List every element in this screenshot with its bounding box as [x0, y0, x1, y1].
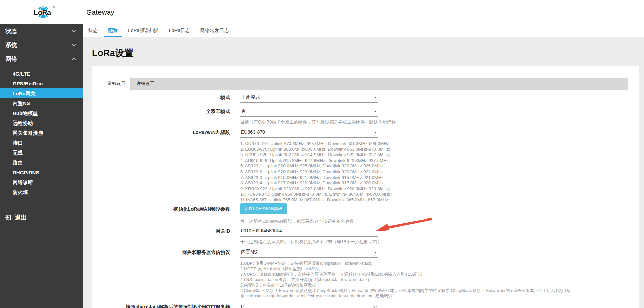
sidebar-item-firewall[interactable]: 防火墙: [0, 187, 83, 197]
logout-icon: [5, 214, 12, 221]
tab-config[interactable]: 配置: [104, 24, 122, 37]
form-row-gateway-id: 网关ID 0010502df45806b4 十六进制格式的网关ID。 标识符长度…: [103, 227, 382, 245]
form-row-init-band: 初始化LoRaWAN频段参数 切换LORAWAN频段 每一次切换LoRaWAN频…: [103, 203, 354, 224]
full-duplex-select[interactable]: 否: [240, 107, 378, 117]
chevron-up-icon: [72, 58, 76, 62]
sidebar-item-dhcp-dns[interactable]: DHCP/DNS: [0, 167, 83, 177]
settings-card: 常规设置 详细设置 模式 正常模式 全双工模式 否 目前只有CN470做了全双工…: [92, 66, 639, 308]
card-tab-strip: 常规设置 详细设置: [103, 78, 628, 90]
sidebar-group-status[interactable]: 状态: [0, 24, 83, 38]
page-title: LoRa设置: [92, 47, 134, 59]
app-title: Gateway: [86, 0, 114, 24]
sidebar-item-routing[interactable]: 路由: [0, 158, 83, 167]
sidebar-network-submenu: 4G/LTE GPS/BeiDou LoRa网关 内置NS Hub物模型 远程协…: [0, 66, 83, 197]
svg-text:LoRa: LoRa: [33, 8, 51, 17]
chevron-down-icon: [373, 109, 377, 113]
sidebar-item-remote-assist[interactable]: 远程协助: [0, 118, 83, 128]
band-label: LoRaWAN® 频段: [103, 128, 230, 203]
sidebar-item-interface[interactable]: 接口: [0, 138, 83, 148]
logout-label: 退出: [15, 214, 27, 222]
tab-detailed-settings[interactable]: 详细设置: [132, 78, 159, 90]
sidebar-item-network-diagnosis[interactable]: 网络诊断: [0, 177, 83, 187]
form-row-full-duplex: 全双工模式 否 目前只有CN470做了全双工的硬件，其他频段都是半双工的硬件，默…: [103, 107, 396, 125]
protocol-help-list: 1.UDP: 使用GWMP协议，支持的开源项目(chirpstack、loraw…: [240, 261, 593, 299]
chevron-down-icon: [373, 95, 377, 99]
annotation-arrow-icon: [373, 216, 433, 236]
sidebar-item-lora-gateway[interactable]: LoRa网关: [0, 88, 83, 98]
sidebar-group-label: 状态: [5, 28, 17, 34]
sidebar-group-label: 网络: [5, 56, 17, 62]
chevron-down-icon: [72, 28, 76, 32]
sidebar-item-4g-lte[interactable]: 4G/LTE: [0, 69, 83, 79]
app-header: LoRa ® Gateway: [0, 0, 644, 24]
form-row-mode: 模式 正常模式: [103, 93, 378, 103]
chevron-down-icon: [373, 305, 377, 308]
svg-text:®: ®: [53, 6, 55, 9]
gateway-id-label: 网关ID: [103, 227, 230, 245]
gateway-id-help: 十六进制格式的网关ID。 标识符长度为8个字节（即16个十六进制字符）: [240, 239, 382, 245]
form-row-band: LoRaWAN® 频段 EU863-870 1. CN470-510: Upli…: [103, 128, 392, 203]
page-tab-bar: 状态 配置 LoRa频谱扫描 LoRa日志 网络转发日志: [83, 24, 644, 37]
protocol-select[interactable]: 内置NS: [240, 248, 378, 258]
lora-logo-icon: LoRa ®: [27, 4, 61, 21]
full-duplex-value: 否: [241, 108, 371, 114]
sidebar-item-gps-beidou[interactable]: GPS/BeiDou: [0, 79, 83, 88]
sidebar-item-builtin-ns[interactable]: 内置NS: [0, 98, 83, 108]
chevron-down-icon: [373, 250, 377, 254]
form-row-protocol: 网关和服务器通信协议 内置NS 1.UDP: 使用GWMP协议，支持的开源项目(…: [103, 248, 593, 299]
sidebar-item-cluster-roaming[interactable]: 网关集群漫游: [0, 128, 83, 138]
mode-label: 模式: [103, 93, 230, 103]
logout-button[interactable]: 退出: [0, 212, 83, 223]
band-help-list: 1. CN470-510: Uplink 470.3MHz-489.3MHz, …: [240, 141, 392, 203]
sidebar-nav: 状态 系统 网络 4G/LTE GPS/BeiDou LoRa网关 内置NS H…: [0, 24, 83, 308]
tab-lora-spectrum-scan[interactable]: LoRa频谱扫描: [124, 24, 163, 37]
sidebar-group-network[interactable]: 网络: [0, 52, 83, 66]
gateway-id-input[interactable]: 0010502df45806b4: [240, 227, 378, 237]
chevron-down-icon: [373, 130, 377, 134]
tab-network-forward-log[interactable]: 网络转发日志: [196, 24, 233, 37]
band-value: EU863-870: [241, 129, 371, 135]
init-band-help: 每一次切换LoRaWAN频段，都需要点这个按钮初始化参数: [240, 218, 354, 224]
sidebar-item-wireless[interactable]: 无线: [0, 148, 83, 158]
mqtt-push-value: 0: [241, 303, 371, 308]
tab-status[interactable]: 状态: [84, 24, 102, 37]
sidebar-group-system[interactable]: 系统: [0, 38, 83, 52]
sidebar-group-label: 系统: [5, 42, 17, 48]
full-duplex-help: 目前只有CN470做了全双工的硬件，其他频段都是半双工的硬件，默认不能选择: [240, 119, 396, 125]
mode-value: 正常模式: [241, 94, 371, 100]
mode-select[interactable]: 正常模式: [240, 93, 378, 103]
band-select[interactable]: EU863-870: [240, 128, 378, 138]
tab-lora-log[interactable]: LoRa日志: [165, 24, 194, 37]
form-row-mqtt-push: 推送chirpstack解析后的数据到多个MQTT服务器 0: [103, 303, 378, 308]
sidebar-item-hub-model[interactable]: Hub物模型: [0, 108, 83, 118]
protocol-value: 内置NS: [241, 249, 371, 255]
protocol-label: 网关和服务器通信协议: [103, 248, 230, 299]
switch-lorawan-band-button[interactable]: 切换LORAWAN频段: [240, 203, 287, 214]
init-band-label: 初始化LoRaWAN频段参数: [103, 203, 230, 224]
mqtt-push-select[interactable]: 0: [240, 303, 378, 308]
mqtt-push-label: 推送chirpstack解析后的数据到多个MQTT服务器: [103, 303, 230, 308]
full-duplex-label: 全双工模式: [103, 107, 230, 125]
tab-general-settings[interactable]: 常规设置: [103, 78, 130, 90]
chevron-down-icon: [72, 42, 76, 46]
gateway-id-value: 0010502df45806b4: [241, 228, 371, 234]
